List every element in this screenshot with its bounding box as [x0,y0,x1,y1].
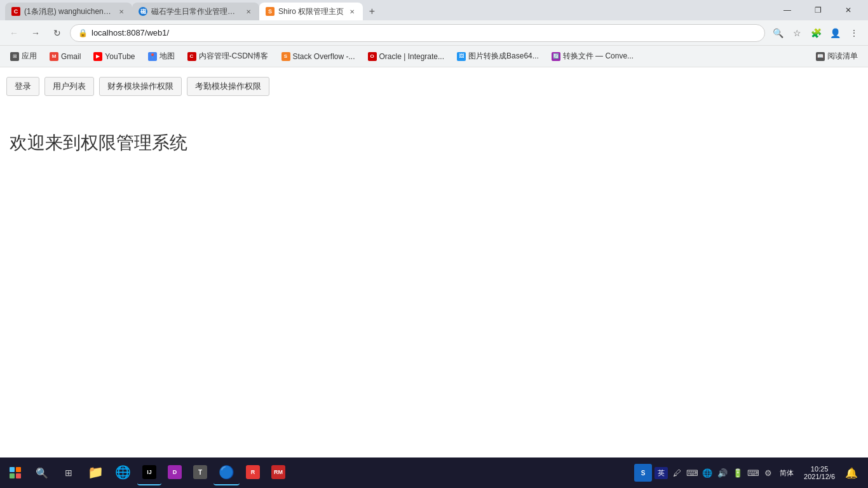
tab-bar: C (1条消息) wanghuichen的博客 ✕ 磁 磁石学生日常作业管理系统… [5,0,770,20]
notification-button[interactable]: 🔔 [843,460,860,485]
typora-icon: T [193,465,207,479]
back-button[interactable]: ← [5,24,23,42]
tab-3-close[interactable]: ✕ [348,7,356,16]
bookmark-img64[interactable]: 🖼 图片转换成Base64... [452,48,544,64]
url-bar[interactable]: 🔒 localhost:8087/web1/ [70,24,765,42]
ie-icon: 🌐 [115,464,131,480]
task-view-button[interactable]: ⊞ [56,460,81,485]
taskbar-idea[interactable]: IJ [137,460,161,485]
bookmark-star-icon[interactable]: ☆ [788,24,806,42]
url-text: localhost:8087/web1/ [92,28,757,37]
bookmark-maps-favicon: 📍 [148,52,157,61]
bookmark-oracle[interactable]: O Oracle | Integrate... [363,50,450,64]
tab-2-close[interactable]: ✕ [244,7,253,16]
taskbar: 🔍 ⊞ 📁 🌐 IJ D T 🔵 R [0,458,868,488]
idea-icon: IJ [142,465,156,479]
task-view-icon: ⊞ [65,468,72,478]
simplified-chinese-indicator[interactable]: 简体 [777,467,796,479]
bookmark-csdn-favicon: C [187,52,196,61]
taskbar-chrome[interactable]: 🔵 [214,460,240,485]
system-clock[interactable]: 10:25 2021/12/6 [799,465,840,480]
tray-icon-sound[interactable]: 🔊 [716,466,729,479]
tray-icon-network[interactable]: 🌐 [701,466,714,479]
browser-window: C (1条消息) wanghuichen的博客 ✕ 磁 磁石学生日常作业管理系统… [0,0,868,488]
refresh-button[interactable]: ↻ [48,24,66,42]
bookmarks-end: 📖 阅读清单 [811,48,863,64]
tray-icon-settings[interactable]: ⚙ [762,466,775,479]
bookmark-stackoverflow[interactable]: S Stack Overflow -... [276,50,360,64]
taskbar-ie[interactable]: 🌐 [110,460,136,485]
bookmark-youtube-label: YouTube [105,52,135,61]
tab-3[interactable]: S Shiro 权限管理主页 ✕ [259,3,363,20]
tab-3-title: Shiro 权限管理主页 [278,6,344,17]
tab-2[interactable]: 磁 磁石学生日常作业管理系统 -- 全... ✕ [132,3,259,20]
forward-button[interactable]: → [27,24,44,42]
tab-1-close[interactable]: ✕ [117,7,126,16]
language-indicator[interactable]: 英 [654,467,668,479]
window-controls: — ❐ ✕ [773,0,863,20]
bookmark-apps-label: 应用 [22,51,37,62]
menu-icon[interactable]: ⋮ [845,24,863,42]
tab-2-favicon: 磁 [139,7,147,16]
notification-icon: 🔔 [845,467,858,479]
bookmark-csdn-label: 内容管理-CSDN博客 [199,51,269,62]
bookmark-maps[interactable]: 📍 地图 [143,48,180,64]
tray-icon-1[interactable]: 🖊 [670,466,683,479]
tab-1-favicon: C [11,7,20,16]
bookmark-apps[interactable]: ⊞ 应用 [5,48,42,64]
clock-date: 2021/12/6 [804,473,835,480]
welcome-heading: 欢迎来到权限管理系统 [0,105,868,155]
bookmark-reader[interactable]: 📖 阅读清单 [811,48,863,64]
new-tab-button[interactable]: + [363,3,381,20]
bookmark-stackoverflow-label: Stack Overflow -... [293,52,355,61]
taskbar-search-button[interactable]: 🔍 [29,460,55,485]
bookmark-maps-label: 地图 [159,51,175,62]
minimize-button[interactable]: — [773,0,802,20]
app4-icon: D [168,465,182,479]
taskbar-typora[interactable]: T [188,460,212,485]
bookmark-gmail[interactable]: M Gmail [44,50,86,64]
bookmark-youtube[interactable]: ▶ YouTube [88,50,140,64]
taskbar-explorer[interactable]: 📁 [83,460,109,485]
chrome-icon: 🔵 [219,464,234,480]
bookmark-gmail-favicon: M [50,52,58,61]
tray-icon-2[interactable]: ⌨ [686,466,698,479]
user-list-button[interactable]: 用户列表 [44,77,94,96]
rubymine-icon: RM [271,465,285,479]
tab-2-title: 磁石学生日常作业管理系统 -- 全... [151,6,240,17]
tray-icon-keyboard[interactable]: ⌨ [747,466,759,479]
bookmark-reader-favicon: 📖 [816,52,825,61]
bookmark-oracle-favicon: O [368,52,377,61]
login-button[interactable]: 登录 [6,77,39,96]
extensions-icon[interactable]: 🧩 [807,24,825,42]
clock-time: 10:25 [811,465,829,473]
close-button[interactable]: ✕ [834,0,863,20]
lock-icon: 🔒 [78,29,88,37]
bookmark-oracle-label: Oracle | Integrate... [379,52,445,61]
profile-icon[interactable]: 👤 [826,24,844,42]
tab-1[interactable]: C (1条消息) wanghuichen的博客 ✕ [5,3,132,20]
bookmark-convert-label: 转换文件 — Conve... [563,51,634,62]
sougou-icon[interactable]: S [634,464,652,482]
address-actions: 🔍 ☆ 🧩 👤 ⋮ [769,24,863,42]
finance-perm-button[interactable]: 财务模块操作权限 [99,77,182,96]
page-content: 登录 用户列表 财务模块操作权限 考勤模块操作权限 欢迎来到权限管理系统 [0,67,868,488]
taskbar-app4[interactable]: D [163,460,187,485]
bookmark-img64-label: 图片转换成Base64... [468,51,539,62]
tray-icon-battery[interactable]: 🔋 [731,466,744,479]
bookmark-convert[interactable]: 🔄 转换文件 — Conve... [546,48,639,64]
bookmarks-bar: ⊞ 应用 M Gmail ▶ YouTube 📍 地图 C 内容管理-CSDN博… [0,46,868,67]
folder-icon: 📁 [88,464,104,480]
taskbar-right: S 英 🖊 ⌨ 🌐 🔊 🔋 ⌨ ⚙ 简体 10:25 2021/12/6 🔔 [634,460,865,485]
start-button[interactable] [3,460,28,485]
bookmark-img64-favicon: 🖼 [457,52,466,61]
bookmark-reader-label: 阅读清单 [827,51,858,62]
search-icon[interactable]: 🔍 [769,24,787,42]
maximize-button[interactable]: ❐ [803,0,832,20]
attendance-perm-button[interactable]: 考勤模块操作权限 [187,77,269,96]
taskbar-redapp[interactable]: R [241,460,265,485]
taskbar-rubymine[interactable]: RM [266,460,290,485]
bookmark-csdn[interactable]: C 内容管理-CSDN博客 [182,48,274,64]
bookmark-youtube-favicon: ▶ [93,52,102,61]
tab-1-title: (1条消息) wanghuichen的博客 [24,6,113,17]
